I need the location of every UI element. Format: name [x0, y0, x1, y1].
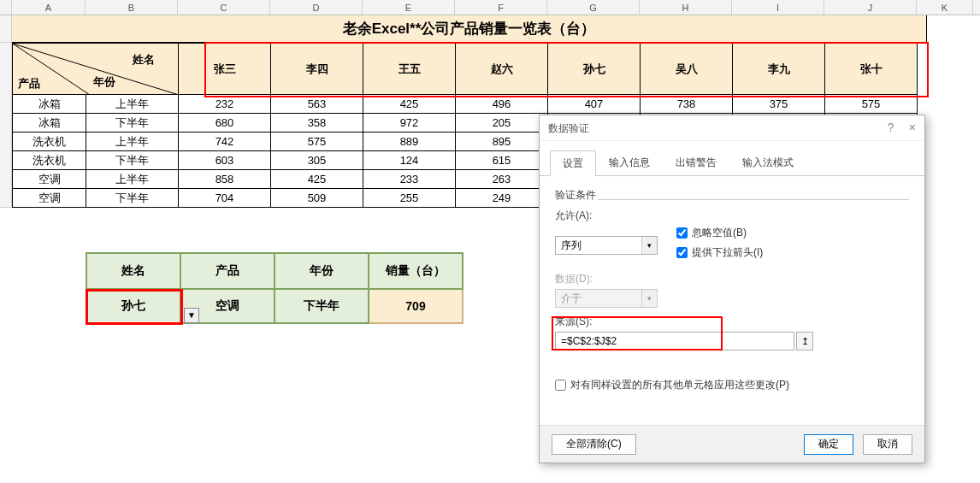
cell-value[interactable]: 738	[641, 95, 733, 114]
cell-value[interactable]: 496	[456, 95, 548, 114]
cell-value[interactable]: 255	[363, 189, 456, 208]
dialog-titlebar[interactable]: 数据验证 ? ×	[540, 115, 924, 141]
lookup-name-cell[interactable]: 孙七	[86, 289, 180, 323]
apply-all-checkbox[interactable]	[555, 380, 566, 391]
tab-settings[interactable]: 设置	[550, 150, 596, 176]
cell-value[interactable]: 425	[363, 95, 456, 114]
cell-product[interactable]: 洗衣机	[13, 151, 86, 170]
clear-all-button[interactable]: 全部清除(C)	[552, 434, 636, 455]
cell-value[interactable]: 305	[271, 151, 363, 170]
col-header: 吴八	[641, 44, 733, 95]
cell-value[interactable]: 232	[179, 95, 271, 114]
close-icon[interactable]: ×	[909, 121, 916, 134]
lookup-panel: 姓名 产品 年份 销量（台） 孙七 空调 下半年 709	[86, 252, 463, 324]
help-icon[interactable]: ?	[888, 121, 894, 134]
lookup-period-cell[interactable]: 下半年	[275, 289, 369, 323]
cell-period[interactable]: 下半年	[86, 151, 179, 170]
source-label: 来源(S):	[555, 315, 909, 329]
cell-value[interactable]: 509	[271, 189, 363, 208]
cell-value[interactable]: 358	[271, 114, 363, 133]
tab-ime-mode[interactable]: 输入法模式	[729, 150, 806, 175]
col-header: 李四	[271, 44, 363, 95]
tab-input-message[interactable]: 输入信息	[596, 150, 663, 175]
cell-value[interactable]: 375	[733, 95, 825, 114]
data-validation-dialog: 数据验证 ? × 设置 输入信息 出错警告 输入法模式 验证条件 允许(A): …	[539, 115, 925, 463]
cell-value[interactable]: 249	[456, 189, 548, 208]
cell-period[interactable]: 上半年	[86, 170, 179, 189]
cell-period[interactable]: 下半年	[86, 189, 179, 208]
cell-value[interactable]: 407	[548, 95, 641, 114]
cell-value[interactable]: 895	[456, 133, 548, 151]
lookup-header: 产品	[180, 253, 275, 289]
cancel-button[interactable]: 取消	[863, 434, 912, 455]
col-header: 张十	[825, 44, 918, 95]
dialog-title: 数据验证	[548, 115, 589, 141]
cell-value[interactable]: 425	[271, 170, 363, 189]
cell-period[interactable]: 下半年	[86, 114, 179, 133]
cell-period[interactable]: 上半年	[86, 133, 179, 151]
dropdown-icon[interactable]: ▼	[184, 308, 199, 323]
cell-value[interactable]: 680	[179, 114, 271, 133]
column-ruler: A B C D E F G H I J K	[0, 0, 980, 15]
lookup-header: 年份	[275, 253, 369, 289]
cell-value[interactable]: 972	[363, 114, 456, 133]
cell-period[interactable]: 上半年	[86, 95, 179, 114]
col-header: 张三	[179, 44, 271, 95]
col-header: 赵六	[456, 44, 548, 95]
cell-product[interactable]: 冰箱	[13, 95, 86, 114]
allow-label: 允许(A):	[555, 209, 909, 223]
cell-product[interactable]: 冰箱	[13, 114, 86, 133]
cell-value[interactable]: 233	[363, 170, 456, 189]
cell-value[interactable]: 205	[456, 114, 548, 133]
lookup-sales-cell: 709	[369, 289, 463, 323]
cell-value[interactable]: 124	[363, 151, 456, 170]
cell-product[interactable]: 空调	[13, 170, 86, 189]
range-picker-icon[interactable]: ↥	[796, 332, 813, 350]
cell-value[interactable]: 858	[179, 170, 271, 189]
cell-value[interactable]: 742	[179, 133, 271, 151]
chevron-down-icon[interactable]: ▾	[641, 237, 657, 254]
lookup-header: 销量（台）	[369, 253, 463, 289]
provide-dropdown-checkbox[interactable]	[676, 247, 688, 258]
source-input[interactable]	[555, 332, 794, 350]
table-row[interactable]: 冰箱上半年232563425496407738375575	[13, 95, 918, 114]
col-header: 王五	[363, 44, 456, 95]
cell-value[interactable]: 563	[271, 95, 363, 114]
cell-value[interactable]: 704	[179, 189, 271, 208]
data-label: 数据(D):	[555, 272, 909, 286]
allow-select[interactable]: 序列 ▾	[555, 236, 658, 255]
dialog-tabs: 设置 输入信息 出错警告 输入法模式	[540, 141, 924, 176]
tab-error-alert[interactable]: 出错警告	[663, 150, 729, 175]
ignore-blank-checkbox[interactable]	[676, 227, 688, 239]
cell-value[interactable]: 575	[271, 133, 363, 151]
cell-value[interactable]: 263	[456, 170, 548, 189]
col-header: 孙七	[548, 44, 641, 95]
section-label: 验证条件	[555, 188, 909, 204]
cell-value[interactable]: 889	[363, 133, 456, 151]
page-title: 老余Excel**公司产品销量一览表（台）	[12, 15, 927, 43]
data-select: 介于 ▾	[555, 289, 658, 308]
col-header: 李九	[733, 44, 825, 95]
cell-product[interactable]: 洗衣机	[13, 133, 86, 151]
cell-value[interactable]: 575	[825, 95, 918, 114]
diagonal-header: 产品 年份 姓名	[13, 44, 179, 95]
cell-value[interactable]: 615	[456, 151, 548, 170]
cell-product[interactable]: 空调	[13, 189, 86, 208]
ok-button[interactable]: 确定	[804, 434, 853, 455]
lookup-header: 姓名	[86, 253, 180, 289]
chevron-down-icon: ▾	[641, 290, 657, 307]
cell-value[interactable]: 603	[179, 151, 271, 170]
